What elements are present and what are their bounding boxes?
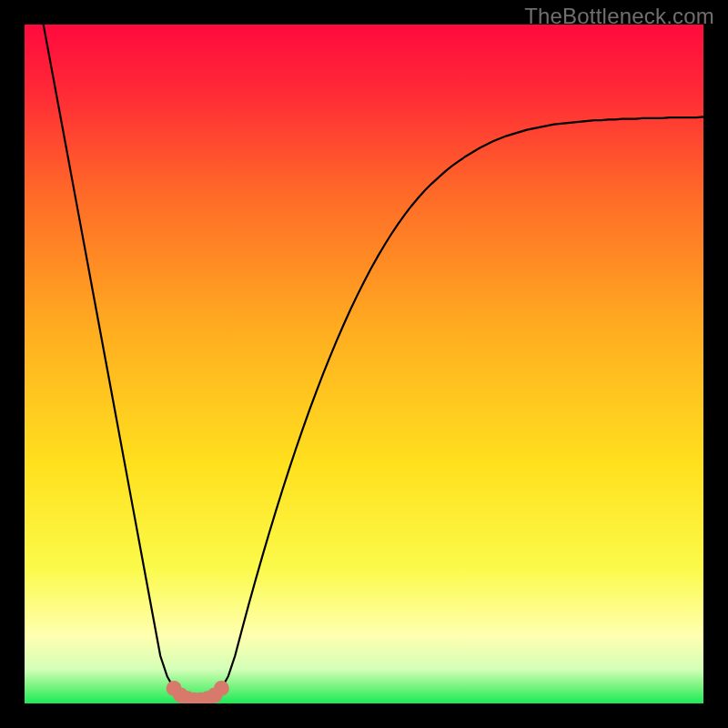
curve-marker (214, 681, 229, 696)
gradient-background (25, 25, 703, 703)
chart-frame (25, 25, 703, 703)
watermark-text: TheBottleneck.com (524, 4, 714, 29)
bottleneck-chart (25, 25, 703, 703)
